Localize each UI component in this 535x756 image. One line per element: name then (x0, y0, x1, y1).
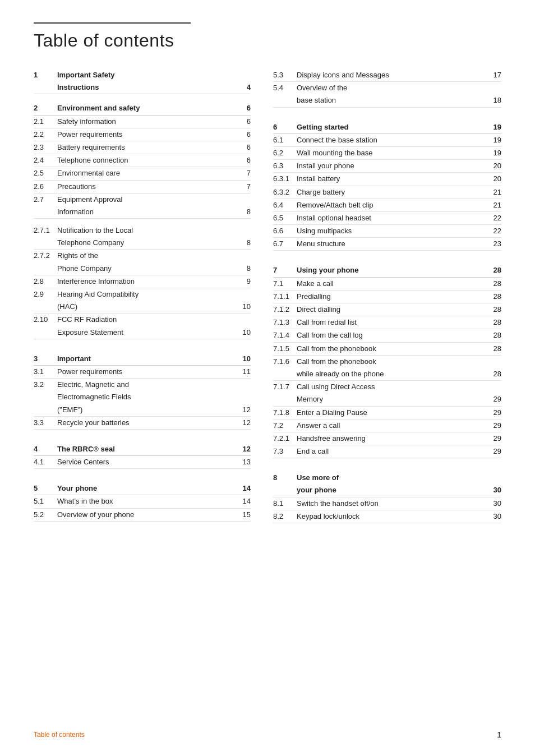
toc-label: What’s in the box (57, 496, 237, 506)
toc-num: 8 (273, 473, 297, 482)
toc-row: 6.3Install your phone20 (273, 160, 501, 173)
toc-label: Direct dialling (297, 305, 488, 315)
toc-page: 6 (237, 156, 251, 164)
page-title: Table of contents (34, 30, 501, 51)
toc-row: 4The RBRC® seal12 (34, 443, 251, 456)
toc-row-cont: Telephone Company8 (34, 237, 251, 250)
toc-row: 2.1Safety information6 (34, 116, 251, 128)
toc-row: 2.5Environmental care7 (34, 167, 251, 180)
toc-label-cont: Information (57, 207, 237, 217)
toc-label: Using multipacks (297, 226, 488, 236)
toc-label: Switch the handset off/on (297, 499, 488, 509)
toc-page: 30 (488, 499, 501, 508)
toc-label: Power requirements (57, 367, 237, 377)
toc-label: Handsfree answering (297, 434, 488, 444)
toc-num: 5.1 (34, 497, 57, 505)
toc-num: 3.3 (34, 418, 57, 427)
toc-label: Environmental care (57, 168, 237, 178)
toc-num: 5.2 (34, 510, 57, 519)
toc-label: Use more of (297, 473, 501, 483)
toc-row: 8.2Keypad lock/unlock30 (273, 510, 501, 523)
toc-row: 7.1Make a call28 (273, 278, 501, 291)
toc-num: 7.1.1 (273, 292, 297, 301)
toc-page: 6 (237, 104, 251, 112)
toc-label: Connect the base station (297, 135, 488, 145)
toc-label-cont: ("EMF") (57, 405, 237, 415)
toc-num: 7 (273, 266, 297, 274)
toc-num: 7.1.3 (273, 318, 297, 326)
toc-row-cont: (HAC)10 (34, 301, 251, 314)
toc-page: 6 (237, 117, 251, 126)
toc-label: Menu structure (297, 239, 488, 249)
toc-label: Important Safety (57, 70, 251, 80)
toc-num: 2.3 (34, 143, 57, 151)
toc-row: 5Your phone14 (34, 482, 251, 495)
toc-row: 2.7.1Notification to the Local (34, 224, 251, 237)
toc-row: 6.1Connect the base station19 (273, 134, 501, 147)
toc-page: 12 (237, 445, 251, 453)
toc-page: 10 (237, 302, 251, 311)
toc-page: 28 (488, 331, 501, 339)
toc-page: 15 (237, 510, 251, 519)
toc-label: Display icons and Messages (297, 70, 488, 80)
toc-row-cont: ("EMF")12 (34, 404, 251, 417)
toc-num: 7.2 (273, 421, 297, 430)
toc-row: 6.3.2Charge battery21 (273, 186, 501, 199)
toc-page: 17 (488, 71, 501, 79)
toc-page: 7 (237, 169, 251, 177)
toc-label: Call from the call log (297, 330, 488, 340)
toc-row: 6.2Wall mounting the base19 (273, 147, 501, 160)
toc-label: Keypad lock/unlock (297, 511, 488, 522)
toc-row: 5.2Overview of your phone15 (34, 509, 251, 522)
toc-row: 2.8Interference Information9 (34, 275, 251, 288)
toc-label-cont: Memory (297, 394, 488, 404)
toc-row: 5.3Display icons and Messages17 (273, 69, 501, 82)
toc-num: 2.2 (34, 130, 57, 139)
toc-num: 6.6 (273, 227, 297, 235)
toc-page: 8 (237, 238, 251, 247)
toc-num: 7.1.2 (273, 305, 297, 314)
toc-row: 7.2Answer a call29 (273, 420, 501, 432)
toc-num: 4.1 (34, 458, 57, 466)
toc-page: 23 (488, 239, 501, 248)
toc-page: 28 (488, 279, 501, 288)
toc-container: 1Important SafetyInstructions42Environme… (34, 69, 501, 523)
toc-row: 7.1.2Direct dialling28 (273, 303, 501, 316)
toc-row: 7.2.1Handsfree answering29 (273, 432, 501, 445)
toc-row: 2.4Telephone connection6 (34, 154, 251, 167)
toc-num: 2.6 (34, 182, 57, 191)
toc-label: Call from the phonebook (297, 344, 488, 354)
toc-page: 20 (488, 174, 501, 183)
toc-num: 2.7.1 (34, 226, 57, 234)
toc-row: 6.7Menu structure23 (273, 238, 501, 251)
toc-page: 29 (488, 421, 501, 430)
toc-row: 2.10FCC RF Radiation (34, 314, 251, 326)
toc-page: 28 (488, 370, 501, 378)
toc-page: 20 (488, 162, 501, 170)
toc-num: 2.1 (34, 117, 57, 126)
toc-page: 11 (237, 367, 251, 376)
toc-label: Your phone (57, 483, 237, 494)
toc-num: 1 (34, 71, 57, 79)
toc-page: 8 (237, 264, 251, 273)
toc-page: 21 (488, 188, 501, 196)
toc-row: 7.1.1Predialling28 (273, 291, 501, 303)
toc-label: End a call (297, 446, 488, 457)
toc-page: 12 (237, 405, 251, 414)
toc-num: 6.3.1 (273, 174, 297, 183)
toc-num: 6.1 (273, 136, 297, 144)
footer-page: 1 (497, 730, 501, 739)
toc-label: Make a call (297, 279, 488, 289)
toc-label-cont: base station (297, 95, 488, 105)
toc-page: 7 (237, 182, 251, 191)
toc-row: 7.1.6Call from the phonebook (273, 356, 501, 368)
toc-page: 9 (237, 277, 251, 285)
toc-num: 2.9 (34, 290, 57, 298)
toc-page: 29 (488, 434, 501, 442)
toc-label: Overview of the (297, 83, 501, 93)
toc-row: 5.1What’s in the box14 (34, 495, 251, 508)
toc-label: FCC RF Radiation (57, 315, 251, 325)
toc-row: 5.4Overview of the (273, 82, 501, 94)
toc-label: Remove/Attach belt clip (297, 200, 488, 210)
toc-num: 7.1.4 (273, 331, 297, 339)
